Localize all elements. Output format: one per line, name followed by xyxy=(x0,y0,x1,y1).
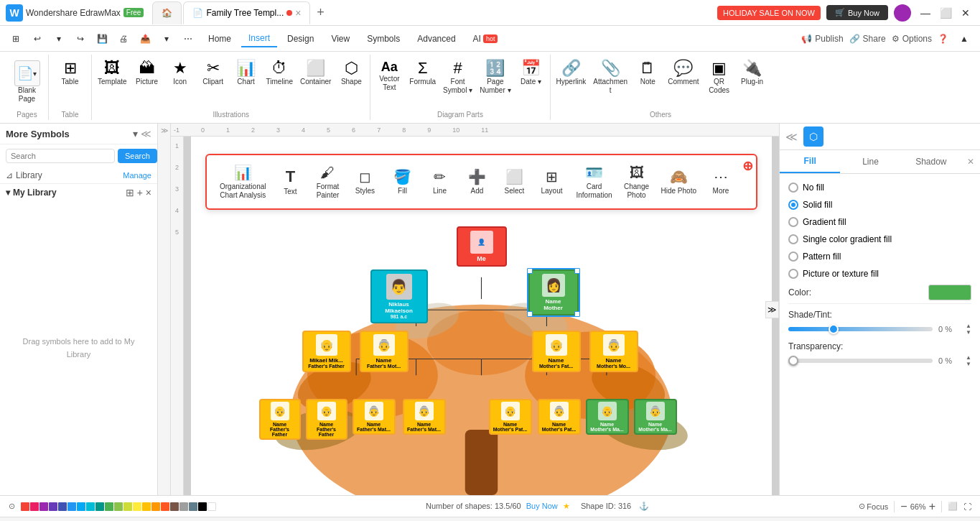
transparency-slider-track[interactable] xyxy=(788,359,933,363)
ribbon-item-timeline[interactable]: ⏱ Timeline xyxy=(263,57,296,89)
menu-view[interactable]: View xyxy=(324,31,357,47)
selection-handle-tl[interactable] xyxy=(527,268,533,274)
ft-select[interactable]: ⬜ Select xyxy=(497,165,531,198)
card-fm[interactable]: 👵 Name Father's Mot... xyxy=(360,331,409,372)
card-ggp7[interactable]: 👴 Name Mother's Ma... xyxy=(586,399,629,435)
tab-family-tree[interactable]: 📄 Family Tree Templ... × xyxy=(183,1,310,24)
menu-design[interactable]: Design xyxy=(280,31,321,47)
fill-option-picture[interactable]: Picture or texture fill xyxy=(788,269,971,279)
ft-text[interactable]: T Text xyxy=(273,165,307,199)
library-add-btn[interactable]: + xyxy=(137,187,143,198)
palette-color-lime[interactable] xyxy=(123,502,132,511)
menu-home[interactable]: Home xyxy=(201,31,238,47)
ft-card-information[interactable]: 🪪 CardInformation xyxy=(571,161,616,203)
expand-right-panel-btn[interactable]: ≫ xyxy=(765,301,779,318)
ribbon-item-template[interactable]: 🖼 Template xyxy=(95,57,130,89)
canvas-page[interactable]: 📊 OrganizationalChart Analysis T Text 🖌 … xyxy=(191,137,772,495)
ribbon-item-blank-page[interactable]: 📄▾ BlankPage xyxy=(11,57,43,106)
transparency-arrow-up[interactable]: ▲ xyxy=(966,354,971,361)
ribbon-item-qr-codes[interactable]: ▣ QRCodes xyxy=(704,57,735,98)
ribbon-item-page-number[interactable]: 🔢 PageNumber ▾ xyxy=(477,57,513,98)
shade-arrow-down[interactable]: ▼ xyxy=(966,329,971,336)
ft-more[interactable]: ⋯ More xyxy=(704,165,738,198)
picture-fill-radio[interactable] xyxy=(788,269,798,279)
palette-color-blue-grey[interactable] xyxy=(189,502,197,511)
holiday-sale-btn[interactable]: HOLIDAY SALE ON NOW xyxy=(717,6,821,20)
shade-slider-track[interactable] xyxy=(788,327,933,331)
solid-fill-radio[interactable] xyxy=(788,200,798,210)
ribbon-item-date[interactable]: 📅 Date ▾ xyxy=(515,57,547,89)
selection-handle-br[interactable] xyxy=(574,311,580,317)
palette-color-cyan[interactable] xyxy=(86,502,95,511)
library-view-btn[interactable]: ⊞ xyxy=(126,187,134,198)
card-ggp2[interactable]: 👴 Name Father's Father xyxy=(306,399,347,440)
card-ggp6[interactable]: 👵 Name Mother's Pat... xyxy=(538,399,581,435)
publish-btn[interactable]: 📢 Publish xyxy=(801,34,843,44)
ft-styles[interactable]: ◻ Styles xyxy=(347,165,382,198)
buy-now-btn[interactable]: 🛒 Buy Now xyxy=(826,5,888,20)
ribbon-item-chart[interactable]: 📊 Chart xyxy=(230,57,262,89)
zoom-out-btn[interactable]: − xyxy=(900,500,907,513)
ft-fill[interactable]: 🪣 Fill xyxy=(385,165,419,198)
panel-close-btn[interactable]: ✕ xyxy=(961,157,980,167)
ribbon-item-picture[interactable]: 🏔 Picture xyxy=(131,57,163,89)
library-close-btn[interactable]: × xyxy=(146,187,151,198)
menu-symbols[interactable]: Symbols xyxy=(360,31,407,47)
undo-btn[interactable]: ↩ xyxy=(27,29,47,49)
card-ggp4[interactable]: 👵 Name Father's Mat... xyxy=(403,399,446,435)
ribbon-item-container[interactable]: ⬜ Container xyxy=(297,57,334,89)
focus-btn[interactable]: ⊙ Focus xyxy=(859,502,888,511)
palette-color-green[interactable] xyxy=(105,502,113,511)
panel-tab-fill[interactable]: Fill xyxy=(780,150,840,173)
fullscreen-icon[interactable]: ⛶ xyxy=(963,502,971,511)
ribbon-item-shape[interactable]: ⬡ Shape xyxy=(335,57,367,89)
palette-color-brown[interactable] xyxy=(170,502,179,511)
palette-color-amber[interactable] xyxy=(142,502,151,511)
ft-org-chart-analysis[interactable]: 📊 OrganizationalChart Analysis xyxy=(215,161,270,203)
ft-line[interactable]: ✏ Line xyxy=(422,165,457,198)
ribbon-item-hyperlink[interactable]: 🔗 Hyperlink xyxy=(554,57,589,89)
collapse-ribbon-btn[interactable]: ▲ xyxy=(954,29,974,49)
ribbon-item-formula[interactable]: Σ Formula xyxy=(406,57,439,89)
minimize-btn[interactable]: — xyxy=(917,4,934,22)
library-expand-icon[interactable]: ⊿ xyxy=(6,170,13,180)
ribbon-item-plugin[interactable]: 🔌 Plug-in xyxy=(737,57,768,89)
ft-change-photo[interactable]: 🖼 ChangePhoto xyxy=(620,162,654,203)
palette-color-deep-purple[interactable] xyxy=(49,502,57,511)
ft-layout[interactable]: ⊞ Layout xyxy=(534,165,569,198)
ribbon-item-clipart[interactable]: ✂ Clipart xyxy=(197,57,229,89)
menu-insert[interactable]: Insert xyxy=(241,30,277,47)
collapse-panel-btn[interactable]: ≪ xyxy=(785,130,798,144)
shade-slider-thumb[interactable] xyxy=(829,324,839,334)
transparency-slider-thumb[interactable] xyxy=(788,356,798,366)
export-btn[interactable]: 📤 xyxy=(135,29,155,49)
selection-handle-tr[interactable] xyxy=(574,268,580,274)
ft-format-painter[interactable]: 🖌 FormatPainter xyxy=(310,162,345,203)
palette-color-blue[interactable] xyxy=(67,502,76,511)
add-tab-btn[interactable]: + xyxy=(312,4,329,22)
canvas-content[interactable]: 📊 OrganizationalChart Analysis T Text 🖌 … xyxy=(184,137,779,495)
floating-toolbar-close-btn[interactable]: ⊕ xyxy=(742,158,753,174)
menu-advanced[interactable]: Advanced xyxy=(410,31,462,47)
card-mf[interactable]: 👴 Name Mother's Fat... xyxy=(532,331,581,372)
ribbon-item-font-symbol[interactable]: # FontSymbol ▾ xyxy=(440,57,475,98)
gradient-fill-radio[interactable] xyxy=(788,217,798,227)
single-gradient-radio[interactable] xyxy=(788,234,798,244)
panel-tab-line[interactable]: Line xyxy=(840,151,900,172)
palette-color-orange[interactable] xyxy=(151,502,160,511)
transparency-arrow-down[interactable]: ▼ xyxy=(966,361,971,367)
ribbon-item-vector-text[interactable]: Aa VectorText xyxy=(373,57,405,95)
card-ggp3[interactable]: 👵 Name Father's Mat... xyxy=(353,399,396,435)
palette-color-red[interactable] xyxy=(21,502,29,511)
my-library-expand-icon[interactable]: ▾ xyxy=(6,188,10,198)
card-ggp5[interactable]: 👴 Name Mother's Pat... xyxy=(489,399,532,435)
zoom-in-btn[interactable]: + xyxy=(929,500,935,513)
undo-arrow-btn[interactable]: ▾ xyxy=(49,29,69,49)
export-arrow-btn[interactable]: ▾ xyxy=(157,29,177,49)
tab-home-icon[interactable]: 🏠 xyxy=(152,1,182,24)
options-btn[interactable]: ⚙ Options xyxy=(892,34,932,44)
color-palette-strip[interactable] xyxy=(21,502,216,511)
ribbon-item-attachment[interactable]: 📎 Attachment xyxy=(590,57,630,98)
palette-color-pink[interactable] xyxy=(30,502,39,511)
fill-option-gradient[interactable]: Gradient fill xyxy=(788,217,971,227)
